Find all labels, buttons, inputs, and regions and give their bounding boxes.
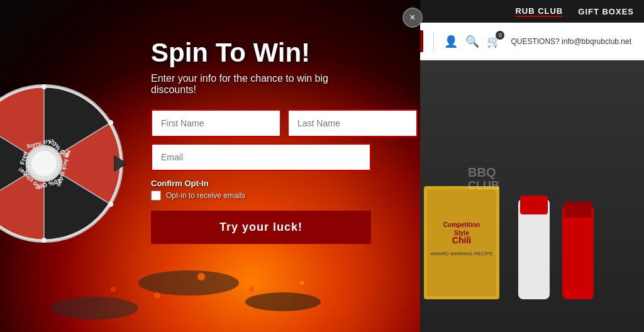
svg-point-18 xyxy=(197,273,205,280)
search-icon: 🔍 xyxy=(465,35,479,48)
cart-button[interactable]: 🛒 0 xyxy=(487,35,501,48)
svg-rect-11 xyxy=(564,202,592,218)
email-input[interactable] xyxy=(151,143,371,171)
first-name-input[interactable] xyxy=(151,109,281,137)
svg-text:CLUB: CLUB xyxy=(468,179,499,192)
user-account-button[interactable]: 👤 xyxy=(444,35,458,48)
email-row xyxy=(151,143,371,171)
spin-button[interactable]: Try your luck! xyxy=(151,211,371,244)
svg-text:Chili: Chili xyxy=(452,235,471,245)
optin-row: Opt-in to receive emails xyxy=(151,191,371,201)
svg-rect-9 xyxy=(520,196,548,214)
modal-subtitle: Enter your info for the chance to win bi… xyxy=(151,73,371,96)
svg-point-20 xyxy=(154,292,160,299)
header-divider xyxy=(433,32,434,51)
user-icon: 👤 xyxy=(444,35,458,48)
svg-text:Competition: Competition xyxy=(443,221,480,228)
modal-background: Free Shipping Free Shipping So close! 10… xyxy=(0,0,420,332)
svg-rect-10 xyxy=(562,205,594,299)
svg-text:AWARD WINNING RECIPE: AWARD WINNING RECIPE xyxy=(431,251,493,257)
svg-point-45 xyxy=(42,238,47,243)
product-area: Competition Style Chili AWARD WINNING RE… xyxy=(405,60,644,332)
nav-rub-club[interactable]: RUB CLUB xyxy=(515,6,563,17)
svg-point-19 xyxy=(249,287,254,292)
nav-gift-boxes[interactable]: GIFT BOXES xyxy=(578,7,634,16)
optin-checkbox[interactable] xyxy=(151,191,161,201)
svg-text:BBQ: BBQ xyxy=(468,165,496,179)
cart-badge: 0 xyxy=(496,31,504,40)
optin-section-label: Confirm Opt-In xyxy=(151,179,371,188)
svg-point-42 xyxy=(42,84,47,89)
questions-text: QUESTIONS? info@bbqrubclub.net xyxy=(511,37,631,46)
optin-section: Confirm Opt-In Opt-in to receive emails xyxy=(151,179,371,201)
name-row xyxy=(151,109,371,137)
optin-text: Opt-in to receive emails xyxy=(166,191,245,200)
product-image: Competition Style Chili AWARD WINNING RE… xyxy=(405,60,644,332)
header-actions: 👤 🔍 🛒 0 xyxy=(444,35,501,48)
search-button[interactable]: 🔍 xyxy=(465,35,479,48)
svg-point-15 xyxy=(138,270,239,296)
modal-title: Spin To Win! xyxy=(151,38,371,68)
svg-point-49 xyxy=(31,151,57,176)
last-name-input[interactable] xyxy=(287,109,418,137)
svg-point-21 xyxy=(300,281,304,285)
svg-point-16 xyxy=(245,292,321,311)
close-button[interactable]: × xyxy=(402,8,423,28)
modal-panel: Spin To Win! Enter your info for the cha… xyxy=(101,19,390,257)
